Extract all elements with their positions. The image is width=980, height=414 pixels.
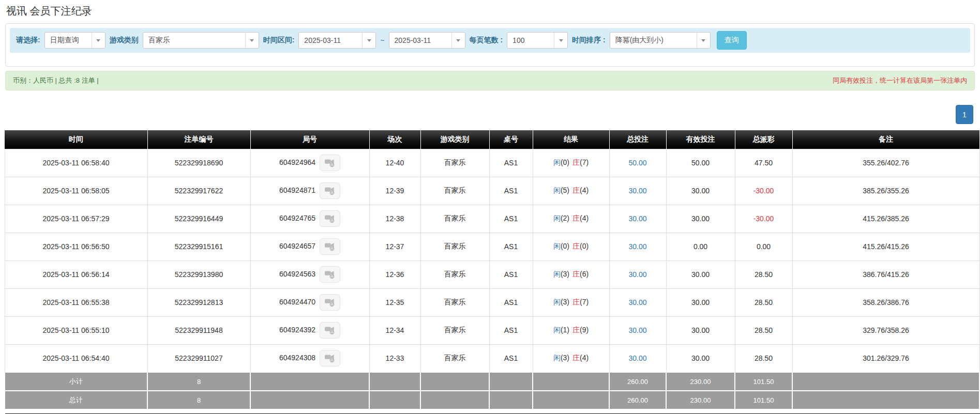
sort-order-label: 时间排序 : <box>572 36 606 45</box>
page-1-button[interactable]: 1 <box>956 105 973 124</box>
total-bet-cell: 30.00 <box>609 233 666 260</box>
table-row: 2025-03-11 06:56:14 522329913980 6049245… <box>5 260 979 288</box>
sort-order-select[interactable]: 降冪(由大到小) <box>610 32 711 49</box>
round-id-cell: 604924871 <box>250 177 369 205</box>
table-row: 2025-03-11 06:58:05 522329917622 6049248… <box>5 177 979 205</box>
video-replay-button[interactable] <box>320 155 340 171</box>
result-player-count: (0) <box>561 242 569 250</box>
chevron-down-icon <box>697 33 710 48</box>
total-bet-link[interactable]: 50.00 <box>628 159 646 167</box>
round-id-value: 604924392 <box>279 326 315 334</box>
result-banker-label: 庄 <box>572 326 580 334</box>
result-player-count: (2) <box>561 214 569 222</box>
session-cell: 12-38 <box>369 205 420 233</box>
bet-records-table: 时间 注单编号 局号 场次 游戏类别 桌号 结果 总投注 有效投注 总派彩 备注… <box>4 130 980 410</box>
remark-cell: 385.26/355.26 <box>792 177 979 205</box>
bet-id-cell: 522329918690 <box>147 149 250 177</box>
total-bet-link[interactable]: 30.00 <box>628 270 646 279</box>
game-type-select[interactable]: 百家乐 <box>143 32 259 49</box>
time-cell: 2025-03-11 06:58:05 <box>5 177 147 205</box>
result-player-label: 闲 <box>553 354 561 362</box>
video-replay-button[interactable] <box>320 266 340 283</box>
subtotal-total-bet: 260.00 <box>609 372 666 391</box>
video-replay-button[interactable] <box>320 210 340 227</box>
sort-order-value: 降冪(由大到小) <box>610 33 697 48</box>
game-type-cell: 百家乐 <box>420 205 489 233</box>
header-payout: 总派彩 <box>735 130 792 149</box>
time-cell: 2025-03-11 06:56:50 <box>5 233 147 260</box>
date-separator: ~ <box>380 36 384 44</box>
chevron-down-icon <box>245 33 259 48</box>
video-replay-button[interactable] <box>320 182 340 199</box>
grand-total-label: 总计 <box>5 391 147 409</box>
session-cell: 12-39 <box>369 177 420 205</box>
result-player-count: (3) <box>561 270 569 278</box>
video-replay-button[interactable] <box>320 294 340 311</box>
payout-cell: 0.00 <box>735 233 792 260</box>
video-replay-button[interactable] <box>320 350 340 366</box>
total-bet-link[interactable]: 30.00 <box>628 354 646 362</box>
game-type-cell: 百家乐 <box>420 177 489 205</box>
table-header-row: 时间 注单编号 局号 场次 游戏类别 桌号 结果 总投注 有效投注 总派彩 备注 <box>5 130 979 149</box>
game-type-cell: 百家乐 <box>420 260 489 288</box>
video-replay-button[interactable] <box>320 322 340 339</box>
video-camera-icon <box>324 269 336 279</box>
round-id-cell: 604924470 <box>250 288 369 316</box>
round-id-value: 604924871 <box>279 186 315 194</box>
table-no-cell: AS1 <box>489 260 533 288</box>
page-title: 视讯 会员下注纪录 <box>0 0 980 23</box>
table-no-cell: AS1 <box>489 316 533 344</box>
total-bet-link[interactable]: 30.00 <box>628 242 646 251</box>
date-from-select[interactable]: 2025-03-11 <box>298 32 376 49</box>
remark-cell: 301.26/329.76 <box>792 344 979 372</box>
session-cell: 12-34 <box>369 316 420 344</box>
header-bet-id: 注单编号 <box>147 130 250 149</box>
video-camera-icon <box>324 325 336 335</box>
result-player-count: (1) <box>561 326 569 334</box>
payout-cell: 28.50 <box>735 316 792 344</box>
subtotal-row: 小计 8 260.00 230.00 101.50 <box>5 372 979 391</box>
remark-cell: 386.76/415.26 <box>792 260 979 288</box>
table-no-cell: AS1 <box>489 233 533 260</box>
result-player-count: (0) <box>561 158 569 166</box>
result-banker-count: (6) <box>580 270 589 278</box>
subtotal-label: 小计 <box>5 372 147 391</box>
game-type-cell: 百家乐 <box>420 288 489 316</box>
chevron-down-icon <box>554 33 567 48</box>
total-bet-cell: 30.00 <box>609 177 666 205</box>
result-banker-count: (0) <box>580 242 589 250</box>
game-type-label: 游戏类别 <box>110 36 139 45</box>
total-bet-cell: 50.00 <box>609 149 666 177</box>
result-cell: 闲(5)庄(4) <box>533 177 609 205</box>
time-cell: 2025-03-11 06:56:14 <box>5 260 147 288</box>
query-type-select[interactable]: 日期查询 <box>44 32 105 49</box>
result-banker-label: 庄 <box>572 186 580 194</box>
date-to-select[interactable]: 2025-03-11 <box>389 32 465 49</box>
session-cell: 12-37 <box>369 233 420 260</box>
result-banker-label: 庄 <box>572 270 580 278</box>
subtotal-valid-bet: 230.00 <box>666 372 735 391</box>
result-banker-count: (7) <box>580 298 589 306</box>
result-player-count: (3) <box>561 354 569 362</box>
valid-bet-cell: 50.00 <box>666 149 735 177</box>
table-row: 2025-03-11 06:56:50 522329915161 6049246… <box>5 233 979 260</box>
total-bet-link[interactable]: 30.00 <box>628 326 646 334</box>
query-button[interactable]: 查询 <box>717 31 747 50</box>
table-no-cell: AS1 <box>489 149 533 177</box>
select-label: 请选择: <box>16 36 40 45</box>
total-bet-link[interactable]: 30.00 <box>628 187 646 195</box>
valid-bet-cell: 30.00 <box>666 344 735 372</box>
payout-cell: 28.50 <box>735 344 792 372</box>
bet-id-cell: 522329911948 <box>147 316 250 344</box>
subtotal-count: 8 <box>147 372 250 391</box>
remark-cell: 358.26/386.76 <box>792 288 979 316</box>
total-bet-cell: 30.00 <box>609 260 666 288</box>
result-banker-label: 庄 <box>572 242 580 250</box>
page-size-select[interactable]: 100 <box>507 32 568 49</box>
total-bet-link[interactable]: 30.00 <box>628 214 646 223</box>
video-replay-button[interactable] <box>320 238 340 255</box>
round-id-value: 604924657 <box>279 242 315 250</box>
total-bet-link[interactable]: 30.00 <box>628 298 646 306</box>
grand-total-row: 总计 8 260.00 230.00 101.50 <box>5 391 979 409</box>
total-bet-cell: 30.00 <box>609 316 666 344</box>
